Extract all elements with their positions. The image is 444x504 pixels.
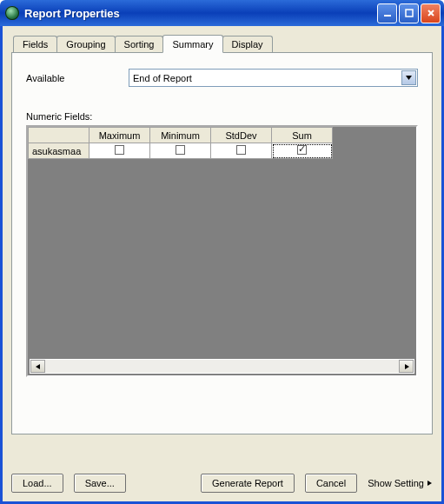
checkbox-icon xyxy=(236,145,246,155)
table-row: asukasmaa xyxy=(29,143,333,159)
triangle-right-icon xyxy=(403,363,410,370)
load-button[interactable]: Load... xyxy=(11,474,63,493)
scroll-left-button[interactable] xyxy=(30,360,45,373)
col-stddev[interactable]: StdDev xyxy=(211,128,272,143)
titlebar: Report Properties xyxy=(0,0,444,26)
minimize-icon xyxy=(383,9,392,17)
col-sum[interactable]: Sum xyxy=(272,128,333,143)
tab-summary[interactable]: Summary xyxy=(162,35,222,53)
svg-marker-5 xyxy=(36,364,40,369)
dropdown-value: End of Report xyxy=(133,73,401,83)
close-icon xyxy=(427,9,435,17)
generate-label: Generate Report xyxy=(212,478,283,488)
tabstrip: Fields Grouping Sorting Summary Display xyxy=(13,33,433,52)
horizontal-scrollbar[interactable] xyxy=(30,359,414,374)
button-row: Load... Save... Generate Report Cancel S… xyxy=(11,474,433,493)
row-name[interactable]: asukasmaa xyxy=(29,143,89,159)
svg-rect-0 xyxy=(384,15,391,17)
cell-minimum[interactable] xyxy=(150,143,211,159)
svg-marker-7 xyxy=(427,481,432,486)
scroll-right-button[interactable] xyxy=(399,360,414,373)
available-dropdown[interactable]: End of Report xyxy=(129,69,418,87)
chevron-down-icon xyxy=(405,74,413,82)
tab-grouping[interactable]: Grouping xyxy=(56,36,115,52)
numeric-fields-grid: Maximum Minimum StdDev Sum asukasmaa xyxy=(26,125,418,377)
show-settings-link[interactable]: Show Setting xyxy=(368,478,433,488)
col-maximum[interactable]: Maximum xyxy=(89,128,150,143)
tab-panel-summary: Available End of Report Numeric Fields: … xyxy=(11,52,433,434)
grid-header-row: Maximum Minimum StdDev Sum xyxy=(29,128,333,143)
grid-table: Maximum Minimum StdDev Sum asukasmaa xyxy=(28,127,333,159)
svg-marker-6 xyxy=(405,364,409,369)
cell-sum[interactable] xyxy=(272,143,333,159)
generate-report-button[interactable]: Generate Report xyxy=(201,474,295,493)
client-area: Fields Grouping Sorting Summary Display … xyxy=(0,26,444,504)
triangle-right-icon xyxy=(426,480,433,487)
numeric-fields-label: Numeric Fields: xyxy=(26,111,418,122)
save-button[interactable]: Save... xyxy=(74,474,126,493)
tab-fields[interactable]: Fields xyxy=(13,36,57,52)
available-label: Available xyxy=(26,73,104,83)
grid-corner xyxy=(29,128,89,143)
dropdown-button[interactable] xyxy=(401,70,416,85)
svg-marker-4 xyxy=(406,76,412,80)
window-buttons xyxy=(377,3,441,23)
cancel-button[interactable]: Cancel xyxy=(305,474,357,493)
checkbox-icon xyxy=(115,145,124,155)
app-icon xyxy=(5,6,19,20)
available-row: Available End of Report xyxy=(26,69,418,87)
tab-sorting[interactable]: Sorting xyxy=(115,36,164,52)
window-title: Report Properties xyxy=(24,7,377,20)
maximize-icon xyxy=(405,9,414,17)
scroll-track[interactable] xyxy=(45,360,399,373)
show-settings-label: Show Setting xyxy=(368,478,424,488)
svg-rect-1 xyxy=(406,10,413,17)
close-button[interactable] xyxy=(421,3,441,23)
triangle-left-icon xyxy=(35,363,42,370)
tab-display[interactable]: Display xyxy=(222,36,273,52)
checkbox-icon xyxy=(176,145,185,155)
checkbox-checked-icon xyxy=(297,145,307,155)
cell-maximum[interactable] xyxy=(89,143,150,159)
cell-stddev[interactable] xyxy=(211,143,272,159)
maximize-button[interactable] xyxy=(399,3,419,23)
save-label: Save... xyxy=(85,478,115,488)
minimize-button[interactable] xyxy=(377,3,397,23)
load-label: Load... xyxy=(23,478,52,488)
col-minimum[interactable]: Minimum xyxy=(150,128,211,143)
